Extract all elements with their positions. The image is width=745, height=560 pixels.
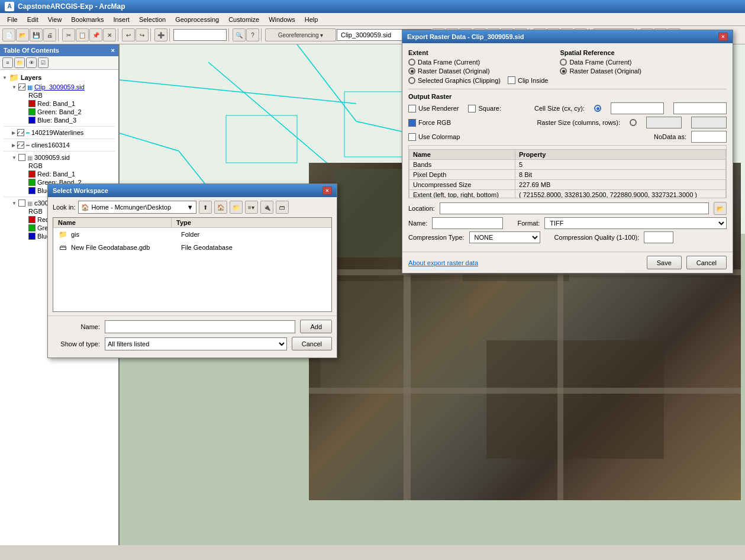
toc-list-by-visibility[interactable]: 👁 [26, 57, 37, 68]
menu-help[interactable]: Help [300, 15, 323, 24]
export-raster-dialog: Export Raster Data - Clip_3009059.sid × … [402, 30, 733, 273]
cell-size-x-input[interactable]: 0.149999999 [611, 102, 664, 114]
ws-showtype-row: Show of type: All filters listed Cancel [53, 337, 332, 350]
compression-quality-label: Compression Quality (1-100): [554, 234, 640, 241]
format-select[interactable]: TIFF [544, 217, 727, 229]
menu-selection[interactable]: Selection [134, 15, 170, 24]
toc-item-3009059[interactable]: ▼ ▦ 3009059.sid [11, 153, 117, 162]
name-input[interactable]: DOQQ-Clip.tif [432, 217, 503, 229]
toc-layers-header[interactable]: ▼ 📁 Layers [1, 72, 117, 83]
look-in-row: Look in: 🏠 Home - Mcmunger\Desktop ▼ ⬆ 🏠… [53, 201, 332, 214]
info-scroll-area[interactable]: Name Property Bands 5 Pixel Depth 8 Bit … [408, 145, 727, 198]
paste-btn[interactable]: 📌 [89, 28, 102, 41]
help-btn[interactable]: ? [246, 28, 259, 41]
menu-edit[interactable]: Edit [22, 15, 43, 24]
ws-file-gis[interactable]: 📁 gis Folder [53, 228, 331, 241]
compression-quality-input[interactable]: 75 [644, 231, 673, 243]
about-export-link[interactable]: About export raster data [408, 259, 478, 266]
raster-cols-input[interactable]: 8854 [646, 117, 682, 128]
checkbox-clip[interactable]: ✓ [18, 83, 25, 91]
add-data-btn[interactable]: ➕ [154, 28, 167, 41]
ws-name-input[interactable] [105, 320, 295, 333]
spatial-ref-radio-group: Data Frame (Current) Raster Dataset (Ori… [560, 59, 641, 75]
spatial-radio-btn-dataframe[interactable] [560, 59, 567, 66]
scale-input[interactable]: 1:5,000 [173, 29, 227, 41]
ws-file-geodatabase[interactable]: 🗃 New File Geodatabase.gdb File Geodatab… [53, 241, 331, 254]
raster-rows-input[interactable]: 5393 [691, 117, 727, 128]
menu-bookmarks[interactable]: Bookmarks [66, 15, 108, 24]
ws-newfolder-btn[interactable]: 📁 [230, 201, 243, 214]
toc-list-by-source[interactable]: 📁 [14, 57, 25, 68]
spatial-radio-raster[interactable]: Raster Dataset (Original) [560, 67, 641, 75]
ws-cancel-btn[interactable]: Cancel [292, 337, 332, 350]
workspace-close-btn[interactable]: × [322, 186, 332, 195]
cell-size-y-input[interactable]: 0.150000000 [673, 102, 727, 114]
workspace-bottom: Name: Add Show of type: All filters list… [48, 316, 337, 358]
clip-inside-checkbox[interactable] [508, 76, 515, 84]
cell-size-radio[interactable] [594, 105, 601, 112]
ws-connect-btn[interactable]: 🔌 [260, 201, 273, 214]
nodata-input[interactable]: 256 [691, 131, 727, 143]
checkbox-3009059[interactable] [18, 154, 25, 161]
open-btn[interactable]: 📂 [16, 28, 29, 41]
menu-geoprocessing[interactable]: Geoprocessing [170, 15, 224, 24]
copy-btn[interactable]: 📋 [76, 28, 89, 41]
radio-btn-dataframe[interactable] [408, 59, 415, 66]
menu-insert[interactable]: Insert [108, 15, 134, 24]
checkbox-waterlines[interactable]: ✓ [17, 129, 24, 136]
layer-name-waterlines: 140219Waterlines [31, 129, 83, 136]
ws-view-dropdown-btn[interactable]: ≡▾ [245, 201, 258, 214]
extent-dataframe-label: Data Frame (Current) [418, 59, 480, 66]
georeferencing-dropdown[interactable]: Georeferencing ▾ [265, 28, 336, 41]
ws-newgdb-btn[interactable]: 🗃 [276, 201, 289, 214]
use-colormap-checkbox[interactable] [408, 133, 416, 141]
ws-up-btn[interactable]: ⬆ [199, 201, 212, 214]
undo-btn[interactable]: ↩ [122, 28, 135, 41]
export-save-btn[interactable]: Save [647, 256, 682, 269]
ws-add-btn[interactable]: Add [300, 320, 332, 333]
use-renderer-checkbox[interactable] [408, 105, 416, 112]
delete-btn[interactable]: ✕ [103, 28, 116, 41]
cut-btn[interactable]: ✂ [62, 28, 75, 41]
compression-type-select[interactable]: NONE [469, 231, 540, 243]
radio-btn-raster[interactable] [408, 67, 415, 75]
look-in-path: Home - Mcmunger\Desktop [89, 204, 187, 211]
expand-c3009059sws: ▼ [12, 201, 17, 206]
save-btn[interactable]: 💾 [30, 28, 43, 41]
extent-radio-graphics[interactable]: Selected Graphics (Clipping) Clip Inside [408, 76, 548, 84]
menu-view[interactable]: View [43, 15, 67, 24]
radio-btn-graphics[interactable] [408, 77, 415, 84]
toc-list-by-drawing-order[interactable]: ≡ [2, 57, 13, 68]
menu-customize[interactable]: Customize [224, 15, 264, 24]
extent-radio-raster[interactable]: Raster Dataset (Original) [408, 67, 548, 75]
menu-file[interactable]: File [2, 15, 22, 24]
extent-raster-label: Raster Dataset (Original) [418, 67, 490, 75]
ws-showtype-select[interactable]: All filters listed [105, 337, 287, 350]
checkbox-c3009059sws[interactable] [18, 199, 25, 207]
checkbox-clines[interactable]: ✓ [17, 141, 24, 149]
spatial-radio-btn-raster[interactable] [560, 67, 567, 75]
location-browse-btn[interactable]: 📂 [714, 202, 727, 215]
ws-col-headers: Name Type [53, 218, 331, 228]
menu-windows[interactable]: Windows [264, 15, 300, 24]
force-rgb-checkbox[interactable] [408, 119, 416, 127]
look-in-dropdown[interactable]: 🏠 Home - Mcmunger\Desktop ▼ [78, 201, 196, 214]
export-cancel-btn[interactable]: Cancel [686, 256, 727, 269]
rgb-label-c3009059sws: RGB [28, 208, 43, 215]
ws-file-gdb-name: New File Geodatabase.gdb [71, 244, 178, 251]
toc-item-clip3009059[interactable]: ▼ ✓ ▦ Clip_3009059.sid [11, 83, 117, 91]
toc-item-waterlines[interactable]: ▶ ✓ ━ 140219Waterlines [11, 128, 117, 137]
toc-list-by-selection[interactable]: ☑ [38, 57, 49, 68]
redo-btn[interactable]: ↪ [136, 28, 149, 41]
magnifier-btn[interactable]: 🔍 [233, 28, 246, 41]
print-btn[interactable]: 🖨 [43, 28, 56, 41]
new-btn[interactable]: 📄 [2, 28, 15, 41]
toc-item-clines[interactable]: ▶ ✓ ━ clines160314 [11, 141, 117, 149]
extent-radio-dataframe[interactable]: Data Frame (Current) [408, 59, 548, 66]
spatial-radio-dataframe[interactable]: Data Frame (Current) [560, 59, 641, 66]
square-checkbox[interactable] [468, 105, 476, 112]
ws-home-btn[interactable]: 🏠 [214, 201, 227, 214]
export-dialog-close[interactable]: × [718, 33, 728, 41]
location-input[interactable]: C:\Users\mcmunger\Desktop\New File Geoda… [440, 202, 709, 214]
toc-close[interactable]: × [111, 47, 115, 54]
